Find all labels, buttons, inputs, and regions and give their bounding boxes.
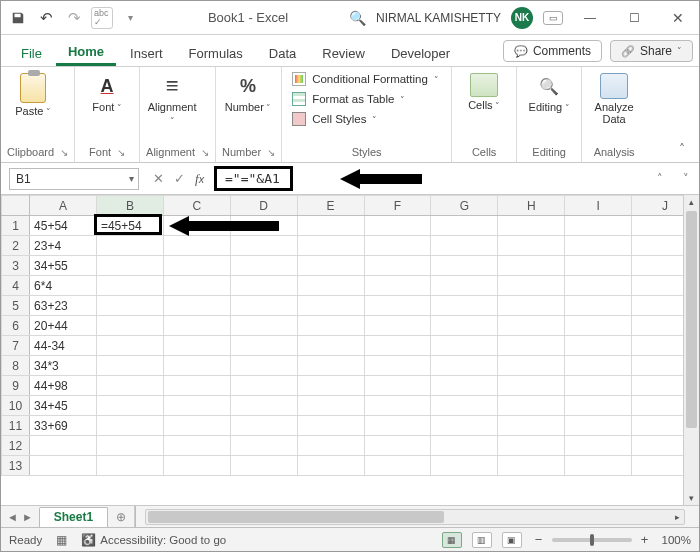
cell-H9[interactable] <box>498 376 565 396</box>
row-header-8[interactable]: 8 <box>2 356 30 376</box>
cell-I3[interactable] <box>565 256 632 276</box>
cell-F13[interactable] <box>364 456 431 476</box>
cell-G10[interactable] <box>431 396 498 416</box>
cell-C11[interactable] <box>163 416 230 436</box>
cell-H11[interactable] <box>498 416 565 436</box>
cell-A9[interactable]: 44+98 <box>30 376 97 396</box>
cell-A2[interactable]: 23+4 <box>30 236 97 256</box>
cell-D3[interactable] <box>230 256 297 276</box>
formula-bar-collapse[interactable]: ˄ <box>647 172 673 185</box>
analyze-data-button[interactable]: AnalyzeData <box>588 71 640 127</box>
cell-B6[interactable] <box>96 316 163 336</box>
cell-E6[interactable] <box>297 316 364 336</box>
zoom-level[interactable]: 100% <box>662 534 691 546</box>
cell-I12[interactable] <box>565 436 632 456</box>
accessibility-status[interactable]: Accessibility: Good to go <box>81 533 226 547</box>
cell-F2[interactable] <box>364 236 431 256</box>
spreadsheet-grid[interactable]: ABCDEFGHIJ145+54=45+54223+4334+5546*4563… <box>1 195 699 505</box>
column-header-A[interactable]: A <box>30 196 97 216</box>
cell-H3[interactable] <box>498 256 565 276</box>
column-header-C[interactable]: C <box>163 196 230 216</box>
undo-button[interactable] <box>35 7 57 29</box>
row-header-5[interactable]: 5 <box>2 296 30 316</box>
column-header-G[interactable]: G <box>431 196 498 216</box>
name-box[interactable]: B1 ▾ <box>9 168 139 190</box>
font-button[interactable]: Font <box>81 71 133 116</box>
cells-button[interactable]: Cells <box>458 71 510 114</box>
paste-button[interactable]: Paste <box>7 71 59 120</box>
column-header-H[interactable]: H <box>498 196 565 216</box>
tab-insert[interactable]: Insert <box>118 40 175 66</box>
save-icon[interactable] <box>7 7 29 29</box>
cell-H8[interactable] <box>498 356 565 376</box>
cell-G7[interactable] <box>431 336 498 356</box>
cell-H6[interactable] <box>498 316 565 336</box>
cell-C6[interactable] <box>163 316 230 336</box>
cell-H12[interactable] <box>498 436 565 456</box>
cell-A6[interactable]: 20+44 <box>30 316 97 336</box>
cell-H13[interactable] <box>498 456 565 476</box>
cell-G2[interactable] <box>431 236 498 256</box>
account-name[interactable]: NIRMAL KAMISHETTY <box>376 11 501 25</box>
cell-C3[interactable] <box>163 256 230 276</box>
normal-view-button[interactable]: ▦ <box>442 532 462 548</box>
cell-B10[interactable] <box>96 396 163 416</box>
cell-G5[interactable] <box>431 296 498 316</box>
cell-H1[interactable] <box>498 216 565 236</box>
cell-F6[interactable] <box>364 316 431 336</box>
column-header-B[interactable]: B <box>96 196 163 216</box>
ribbon-display-options[interactable]: ▭ <box>543 11 563 25</box>
cell-A8[interactable]: 34*3 <box>30 356 97 376</box>
cell-H10[interactable] <box>498 396 565 416</box>
font-dialog-launcher[interactable]: ↘ <box>117 147 125 158</box>
cell-D7[interactable] <box>230 336 297 356</box>
column-header-E[interactable]: E <box>297 196 364 216</box>
cell-E13[interactable] <box>297 456 364 476</box>
cell-G12[interactable] <box>431 436 498 456</box>
cell-I6[interactable] <box>565 316 632 336</box>
cell-E7[interactable] <box>297 336 364 356</box>
enter-formula-button[interactable]: ✓ <box>174 171 185 186</box>
row-header-13[interactable]: 13 <box>2 456 30 476</box>
number-button[interactable]: Number <box>222 71 274 116</box>
cell-D2[interactable] <box>230 236 297 256</box>
cell-F1[interactable] <box>364 216 431 236</box>
tab-file[interactable]: File <box>9 40 54 66</box>
cell-F11[interactable] <box>364 416 431 436</box>
zoom-out-button[interactable]: − <box>532 532 546 547</box>
column-header-F[interactable]: F <box>364 196 431 216</box>
cell-E11[interactable] <box>297 416 364 436</box>
cell-E1[interactable] <box>297 216 364 236</box>
cell-E9[interactable] <box>297 376 364 396</box>
cell-E3[interactable] <box>297 256 364 276</box>
cell-F10[interactable] <box>364 396 431 416</box>
cell-A7[interactable]: 44-34 <box>30 336 97 356</box>
cancel-formula-button[interactable]: ✕ <box>153 171 164 186</box>
cell-I13[interactable] <box>565 456 632 476</box>
alignment-dialog-launcher[interactable]: ↘ <box>201 147 209 158</box>
cell-E8[interactable] <box>297 356 364 376</box>
cell-F12[interactable] <box>364 436 431 456</box>
cell-B11[interactable] <box>96 416 163 436</box>
row-header-4[interactable]: 4 <box>2 276 30 296</box>
cell-C7[interactable] <box>163 336 230 356</box>
cell-A1[interactable]: 45+54 <box>30 216 97 236</box>
tab-home[interactable]: Home <box>56 38 116 66</box>
tab-data[interactable]: Data <box>257 40 308 66</box>
maximize-button[interactable]: ☐ <box>617 3 651 33</box>
cell-B7[interactable] <box>96 336 163 356</box>
cell-F5[interactable] <box>364 296 431 316</box>
row-header-11[interactable]: 11 <box>2 416 30 436</box>
cell-B13[interactable] <box>96 456 163 476</box>
cell-E12[interactable] <box>297 436 364 456</box>
redo-button[interactable] <box>63 7 85 29</box>
cell-E5[interactable] <box>297 296 364 316</box>
collapse-ribbon-button[interactable]: ˄ <box>671 138 693 160</box>
clipboard-dialog-launcher[interactable]: ↘ <box>60 147 68 158</box>
cell-C8[interactable] <box>163 356 230 376</box>
cell-styles-button[interactable]: Cell Styles <box>288 111 443 127</box>
cell-C12[interactable] <box>163 436 230 456</box>
sheet-tab[interactable]: Sheet1 <box>39 507 108 527</box>
formula-bar-expand[interactable]: ˅ <box>673 172 699 185</box>
cell-G11[interactable] <box>431 416 498 436</box>
